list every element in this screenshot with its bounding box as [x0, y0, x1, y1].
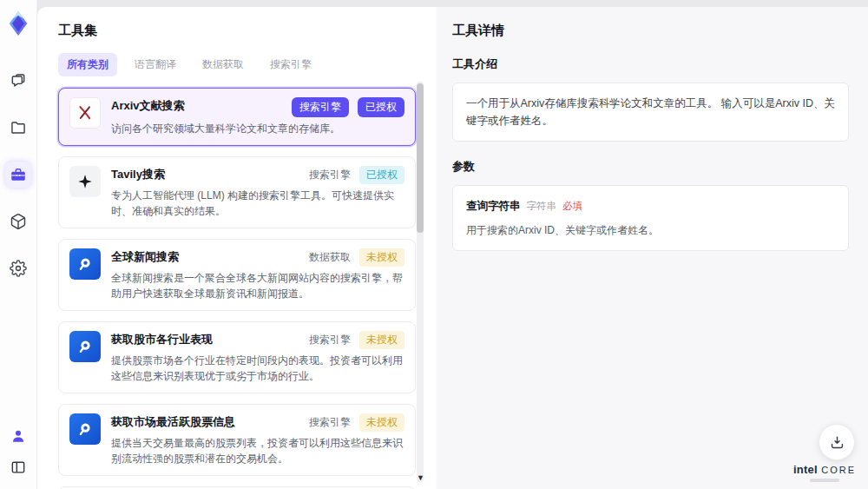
tool-card[interactable]: Tavily搜索 搜索引擎 已授权 专为人工智能代理 (LLM) 构建的搜索引擎… [58, 156, 416, 228]
param-description: 用于搜索的Arxiv ID、关键字或作者姓名。 [466, 222, 835, 239]
details-title: 工具详情 [452, 23, 849, 39]
tool-description: 访问各个研究领域大量科学论文和文章的存储库。 [111, 121, 404, 136]
param-required-badge: 必填 [562, 198, 582, 214]
tool-description: 全球新闻搜索是一个聚合全球各大新闻网站内容的搜索引擎，帮助用户快速获取全球最新资… [111, 270, 404, 301]
scrollbar-down-arrow[interactable]: ▼ [417, 473, 424, 482]
tool-card[interactable]: 获取股市各行业表现 搜索引擎 未授权 提供股票市场各个行业在特定时间段内的表现。… [58, 321, 416, 393]
tool-category-tag: 搜索引擎 [309, 415, 351, 430]
page-title: 工具集 [58, 23, 416, 39]
tool-name: 获取市场最活跃股票信息 [111, 413, 235, 430]
tool-details-panel: 工具详情 工具介绍 一个用于从Arxiv存储库搜索科学论文和文章的工具。 输入可… [437, 7, 868, 489]
ultra-bar [810, 479, 839, 482]
tab-0[interactable]: 所有类别 [58, 53, 117, 76]
app-logo-icon [3, 9, 33, 38]
tool-category-tag: 搜索引擎 [292, 97, 349, 117]
app-window: 工具集 所有类别语言翻译数据获取搜索引擎 Arxiv文献搜索 搜索引擎 已授权 … [0, 0, 868, 489]
tool-name: 全球新闻搜索 [111, 248, 179, 265]
tool-auth-badge: 已授权 [359, 166, 404, 184]
intro-heading: 工具介绍 [452, 56, 849, 72]
sidebar [0, 0, 37, 489]
main-area: 工具集 所有类别语言翻译数据获取搜索引擎 Arxiv文献搜索 搜索引擎 已授权 … [37, 0, 868, 489]
tool-category-tag: 搜索引擎 [309, 168, 351, 182]
core-wordmark: core [821, 465, 856, 475]
tool-auth-badge: 未授权 [359, 248, 404, 267]
tool-intro-box: 一个用于从Arxiv存储库搜索科学论文和文章的工具。 输入可以是Arxiv ID… [452, 83, 849, 142]
tool-description: 提供当天交易量最高的股票列表，投资者可以利用这些信息来识别流动性强的股票和潜在的… [111, 435, 404, 466]
arxiv-logo-icon [69, 97, 101, 129]
tool-auth-badge: 未授权 [359, 331, 404, 349]
active-stocks-icon [69, 413, 101, 445]
tool-card[interactable]: 全球新闻搜索 数据获取 未授权 全球新闻搜索是一个聚合全球各大新闻网站内容的搜索… [58, 239, 416, 311]
tab-3[interactable]: 搜索引擎 [261, 53, 320, 76]
tool-category-tag: 数据获取 [309, 250, 351, 265]
tool-card[interactable]: Arxiv文献搜索 搜索引擎 已授权 访问各个研究领域大量科学论文和文章的存储库… [58, 88, 416, 146]
tool-name: 获取股市各行业表现 [111, 331, 213, 347]
settings-gear-icon[interactable] [5, 255, 31, 281]
scrollbar-thumb[interactable] [417, 83, 424, 233]
user-avatar-icon[interactable] [5, 423, 31, 449]
tool-list: Arxiv文献搜索 搜索引擎 已授权 访问各个研究领域大量科学论文和文章的存储库… [58, 88, 416, 489]
tab-2[interactable]: 数据获取 [194, 53, 253, 76]
download-button[interactable] [819, 424, 855, 460]
sidebar-nav [5, 68, 31, 281]
tool-name: Tavily搜索 [111, 166, 165, 182]
param-box: 查询字符串 字符串 必填 用于搜索的Arxiv ID、关键字或作者姓名。 [452, 185, 849, 251]
params-heading: 参数 [452, 159, 849, 175]
tab-1[interactable]: 语言翻译 [126, 53, 185, 76]
tool-description: 提供股票市场各个行业在特定时间段内的表现。投资者可以利用这些信息来识别表现优于或… [111, 353, 404, 384]
tavily-star-icon [69, 166, 101, 197]
intel-wordmark: intel [793, 463, 818, 476]
scrollbar[interactable]: ▼ [417, 82, 424, 482]
param-name: 查询字符串 [466, 197, 521, 215]
category-tabs: 所有类别语言翻译数据获取搜索引擎 [58, 53, 416, 76]
top-strip [37, 0, 868, 7]
param-type: 字符串 [527, 198, 557, 214]
collapse-sidebar-icon[interactable] [5, 454, 31, 480]
tool-list-panel: 工具集 所有类别语言翻译数据获取搜索引擎 Arxiv文献搜索 搜索引擎 已授权 … [37, 7, 437, 489]
intel-core-logo: intel core [793, 462, 856, 482]
tool-category-tag: 搜索引擎 [309, 333, 351, 347]
tool-auth-badge: 已授权 [358, 97, 404, 117]
tool-description: 专为人工智能代理 (LLM) 构建的搜索引擎工具。可快速提供实时、准确和真实的结… [111, 188, 404, 219]
tool-card[interactable]: 获取市场最活跃股票信息 搜索引擎 未授权 提供当天交易量最高的股票列表，投资者可… [58, 404, 416, 476]
toolbox-icon[interactable] [5, 162, 31, 188]
chat-icon[interactable] [5, 68, 31, 94]
folder-icon[interactable] [5, 115, 31, 141]
global-news-search-icon [69, 248, 101, 280]
tool-name: Arxiv文献搜索 [111, 97, 185, 114]
package-icon[interactable] [5, 208, 31, 235]
stock-sector-icon [69, 331, 101, 362]
tool-auth-badge: 未授权 [359, 413, 404, 432]
